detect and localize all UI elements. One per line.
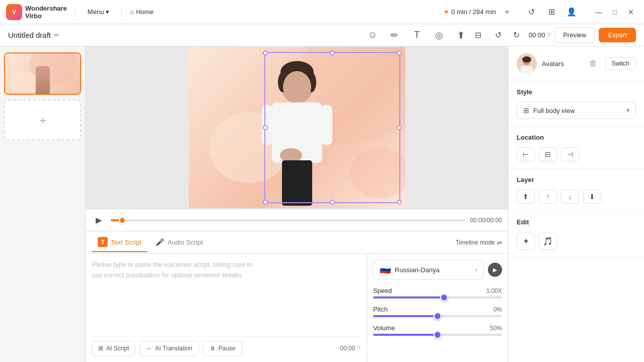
speed-slider-thumb[interactable] bbox=[440, 293, 448, 301]
progress-thumb[interactable] bbox=[119, 217, 126, 224]
pause-button[interactable]: ⏸ Pause bbox=[203, 341, 242, 356]
voice-settings: 🇷🇺 Russian-Dariya › ▶ Speed 1.00X bbox=[367, 254, 508, 362]
time-text: 00:00 bbox=[529, 31, 545, 39]
pitch-slider-row: Pitch 0% bbox=[373, 306, 502, 317]
playback-bar: ▶ 00:00/00:00 bbox=[86, 209, 508, 231]
slides-panel: 1 ＋ bbox=[0, 46, 86, 362]
timeline-mode-label: Timeline mode bbox=[456, 239, 495, 246]
style-title: Style bbox=[517, 88, 636, 96]
audio-script-label: Audio Script bbox=[168, 238, 203, 246]
maximize-button[interactable]: □ bbox=[608, 5, 622, 19]
volume-slider-track[interactable] bbox=[373, 334, 502, 336]
pause-icon: ⏸ bbox=[209, 345, 216, 352]
svg-rect-11 bbox=[262, 105, 273, 145]
edit-title-icon[interactable]: ✏ bbox=[54, 31, 59, 39]
media-tool-button[interactable]: ⬆ bbox=[452, 26, 470, 44]
divider bbox=[75, 7, 76, 17]
grid-view-button[interactable]: ⊟ bbox=[470, 27, 486, 43]
text-script-icon: T bbox=[98, 237, 108, 247]
grid-button[interactable]: ⊞ bbox=[543, 4, 559, 20]
effects-edit-button[interactable]: ✦ bbox=[517, 232, 535, 250]
switch-avatar-button[interactable]: Switch bbox=[605, 57, 636, 70]
send-backward-button[interactable]: ↓ bbox=[561, 190, 579, 204]
pause-label: Pause bbox=[219, 345, 236, 352]
progress-track[interactable] bbox=[111, 219, 465, 221]
location-section: Location ⊢ ⊟ ⊣ bbox=[509, 127, 644, 169]
minimize-button[interactable]: — bbox=[592, 5, 606, 19]
play-voice-button[interactable]: ▶ bbox=[488, 263, 502, 277]
text-script-label: Text Script bbox=[111, 238, 141, 246]
export-button[interactable]: Export bbox=[599, 28, 636, 42]
help-circle-icon: ? bbox=[357, 345, 361, 352]
speed-slider-track[interactable] bbox=[373, 296, 502, 298]
canvas-container bbox=[86, 46, 508, 209]
text-tool-button[interactable]: T bbox=[408, 26, 426, 44]
speed-value: 1.00X bbox=[486, 287, 502, 294]
voice-selector[interactable]: 🇷🇺 Russian-Dariya › bbox=[373, 260, 484, 280]
home-icon: ⌂ bbox=[130, 8, 134, 16]
volume-slider-row: Volume 50% bbox=[373, 324, 502, 336]
ai-script-label: AI Script bbox=[106, 345, 129, 352]
pitch-slider-thumb[interactable] bbox=[434, 312, 442, 320]
placeholder-line1: Please type or paste the voiceover scrip… bbox=[92, 261, 252, 268]
placeholder-line2: use correct punctuation for optimal sent… bbox=[92, 271, 242, 279]
audio-script-tab[interactable]: 🎤 Audio Script bbox=[150, 233, 209, 252]
brush-tool-button[interactable]: ✏ bbox=[386, 26, 404, 44]
bring-forward-button[interactable]: ↑ bbox=[539, 190, 557, 204]
text-script-area: Please type or paste the voiceover scrip… bbox=[86, 254, 367, 362]
text-script-tab[interactable]: T Text Script bbox=[92, 233, 148, 252]
effects-tool-button[interactable]: ◎ bbox=[430, 26, 448, 44]
timeline-mode-icon: ⇌ bbox=[497, 239, 502, 246]
heart-icon: ♥ bbox=[444, 8, 448, 16]
toolbar-center: ☺ ✏ T ◎ ⬆ bbox=[364, 26, 470, 44]
volume-slider-thumb[interactable] bbox=[434, 331, 442, 339]
user-button[interactable]: 👤 bbox=[563, 4, 580, 20]
audio-edit-button[interactable]: 🎵 bbox=[539, 232, 557, 250]
bring-to-front-button[interactable]: ⬆ bbox=[517, 190, 535, 204]
avatars-label: Avatars bbox=[542, 60, 581, 68]
avatar-tool-button[interactable]: ☺ bbox=[364, 26, 382, 44]
avatar-figure bbox=[247, 52, 347, 208]
voice-name: Russian-Dariya bbox=[395, 266, 471, 274]
avatar-header: Avatars 🗑 Switch bbox=[517, 53, 636, 74]
preview-button[interactable]: Preview bbox=[554, 27, 595, 43]
align-left-button[interactable]: ⊢ bbox=[517, 147, 535, 161]
layer-title: Layer bbox=[517, 176, 636, 184]
title-bar: Untitled draft ✏ ☺ ✏ T ◎ ⬆ ⊟ ↺ ↻ 00:00 ?… bbox=[0, 24, 644, 46]
delete-avatar-button[interactable]: 🗑 bbox=[586, 56, 600, 71]
ai-script-icon: ⊞ bbox=[98, 345, 103, 352]
home-button[interactable]: ⌂ Home bbox=[130, 8, 154, 16]
undo-button[interactable]: ↺ bbox=[490, 27, 507, 43]
script-placeholder: Please type or paste the voiceover scrip… bbox=[92, 260, 361, 281]
menu-button[interactable]: Menu ▾ bbox=[84, 6, 114, 18]
close-button[interactable]: ✕ bbox=[624, 5, 638, 19]
history-button[interactable]: ↺ bbox=[523, 4, 539, 20]
pitch-slider-track[interactable] bbox=[373, 315, 502, 317]
align-center-button[interactable]: ⊟ bbox=[539, 147, 557, 161]
svg-point-9 bbox=[283, 71, 311, 103]
location-title: Location bbox=[517, 134, 636, 141]
style-section: Style ⊞ Full body view ▾ bbox=[509, 81, 644, 127]
volume-label: Volume bbox=[373, 324, 395, 332]
canvas bbox=[189, 47, 405, 208]
play-button[interactable]: ▶ bbox=[92, 213, 106, 227]
send-to-back-button[interactable]: ⬇ bbox=[583, 190, 601, 204]
add-slide-button[interactable]: ＋ bbox=[4, 100, 81, 140]
script-tabs: T Text Script 🎤 Audio Script Timeline mo… bbox=[86, 231, 508, 254]
add-time-button[interactable]: ＋ bbox=[499, 4, 515, 20]
ai-script-button[interactable]: ⊞ AI Script bbox=[92, 341, 135, 356]
top-actions: ↺ ⊞ 👤 bbox=[523, 4, 580, 20]
edit-section: Edit ✦ 🎵 bbox=[509, 211, 644, 258]
pitch-value: 0% bbox=[493, 306, 502, 313]
draft-title: Untitled draft ✏ bbox=[8, 31, 59, 39]
time-badge-value: 00:00 bbox=[340, 345, 355, 352]
slide-item-1[interactable]: 1 bbox=[4, 52, 81, 95]
ai-translation-button[interactable]: ↔ AI Translation bbox=[139, 341, 198, 356]
align-right-button[interactable]: ⊣ bbox=[561, 147, 579, 161]
toolbar-right: ⊟ ↺ ↻ 00:00 ? Preview Export bbox=[470, 27, 636, 43]
layer-buttons: ⬆ ↑ ↓ ⬇ bbox=[517, 190, 636, 204]
svg-point-4 bbox=[350, 148, 405, 198]
redo-button[interactable]: ↻ bbox=[509, 27, 525, 43]
timeline-mode-toggle[interactable]: Timeline mode ⇌ bbox=[456, 239, 502, 246]
style-dropdown[interactable]: ⊞ Full body view ▾ bbox=[517, 102, 636, 119]
